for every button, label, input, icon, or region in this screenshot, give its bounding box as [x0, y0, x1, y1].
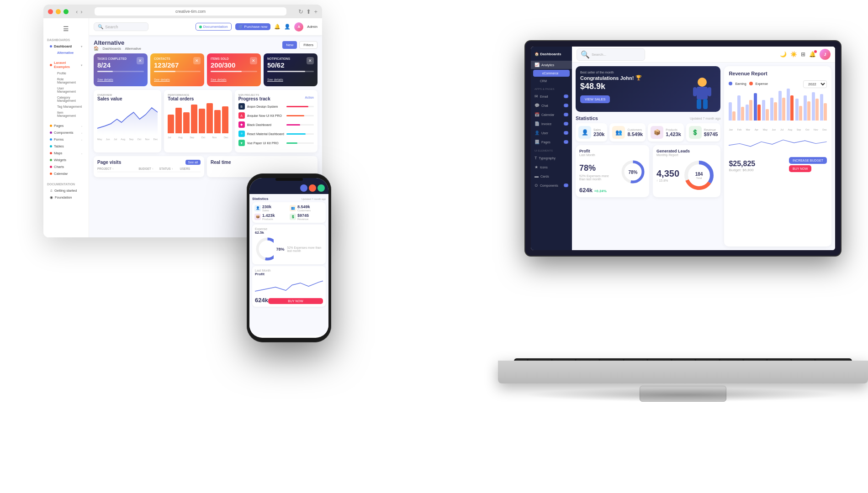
- sidebar-item-role[interactable]: Role Management: [54, 76, 85, 85]
- ls-item-components[interactable]: ⊙ Components ›: [531, 181, 572, 189]
- add-tab-btn[interactable]: +: [314, 8, 318, 15]
- sidebar-item-tag[interactable]: Tag Management: [54, 104, 85, 110]
- phone-profit-svg: [255, 278, 323, 296]
- ls-item-cards[interactable]: ▬ Cards: [531, 172, 572, 180]
- progress-bar-4: [286, 133, 306, 135]
- lstat-products-icon: 📦: [651, 126, 663, 139]
- sidebar-item-foundation[interactable]: ◉ Foundation: [47, 194, 85, 201]
- rev-group-apr: [754, 93, 761, 121]
- stat-link-tasks[interactable]: See details: [97, 78, 113, 81]
- lstat-revenue-value: $9745: [704, 131, 718, 137]
- sidebar-item-tables[interactable]: Tables: [47, 143, 85, 150]
- sidebar-item-item-mgmt[interactable]: Item Management: [54, 110, 85, 119]
- stat-progress-notif: [267, 71, 314, 72]
- search-input[interactable]: Search: [105, 25, 118, 29]
- view-sales-button[interactable]: VIEW SALES: [580, 95, 610, 103]
- rev-bar-mar-earn: [746, 105, 749, 121]
- increase-budget-button[interactable]: INCREASE BUDGET: [789, 157, 827, 164]
- search-box[interactable]: 🔍 Search: [94, 22, 148, 31]
- revenue-year-select[interactable]: 2022: [803, 80, 827, 88]
- lstat-customers: 👥 Customers 8.549k: [609, 123, 646, 142]
- pstat-customers-val: 8.549k: [297, 205, 311, 209]
- sidebar-item-widgets[interactable]: Widgets: [47, 157, 85, 163]
- purchase-btn-label: Purchase now: [244, 25, 268, 29]
- svg-rect-2: [693, 87, 697, 96]
- breadcrumb-sep-1: -: [100, 47, 101, 51]
- breadcrumb-sep-2: -: [122, 47, 124, 51]
- avatar[interactable]: A: [294, 22, 303, 31]
- stat-link-notif[interactable]: See details: [267, 78, 283, 81]
- ls-analytics-label: Analytics: [541, 63, 554, 67]
- laptop-sun-icon[interactable]: ☀️: [790, 51, 797, 58]
- sidebar-item-pages[interactable]: Pages ›: [47, 122, 85, 129]
- real-time-header: Real time: [211, 160, 314, 165]
- filters-button[interactable]: Filters: [299, 41, 318, 49]
- ls-item-analytics[interactable]: 📈 Analytics: [531, 61, 572, 69]
- laptop-sidebar: 🏠 Dashboards 📈 Analytics eCommerce CRM A…: [531, 47, 572, 250]
- sidebar-item-user-mgmt[interactable]: User Management: [54, 85, 85, 94]
- maximize-dot[interactable]: [64, 9, 69, 14]
- sidebar-item-alternative[interactable]: Alternative: [54, 50, 85, 56]
- share-btn[interactable]: ⬆: [306, 8, 311, 15]
- dot-charts: [50, 166, 52, 168]
- stat-link-items[interactable]: See details: [211, 78, 227, 81]
- laptop-avatar[interactable]: J: [820, 49, 831, 60]
- ls-item-calendar[interactable]: 📅 Calendar ›: [531, 110, 572, 119]
- progress-list: B Argon Design System A Angular Now UI K…: [238, 103, 314, 146]
- back-btn[interactable]: ‹: [76, 8, 78, 15]
- purchase-button[interactable]: 🛒 Purchase now: [235, 23, 271, 30]
- close-dot[interactable]: [48, 9, 53, 14]
- sidebar-sub-laravel: Profile Role Management User Management …: [47, 70, 85, 119]
- address-bar[interactable]: creative-tim.com: [95, 7, 287, 16]
- forward-btn[interactable]: ›: [80, 8, 82, 15]
- phone-buy-button[interactable]: BUY NOW: [268, 298, 323, 304]
- documentation-button[interactable]: Documentation: [196, 23, 232, 31]
- laptop-bell-icon[interactable]: 🔔: [809, 51, 816, 58]
- ls-item-invoice[interactable]: 📄 Invoice ›: [531, 120, 572, 128]
- sidebar-item-category[interactable]: Category Management: [54, 94, 85, 104]
- url-text: creative-tim.com: [175, 9, 206, 14]
- sidebar-item-calendar[interactable]: Calendar: [47, 170, 85, 177]
- phone-content: Statistics Updated 7 month ago 👤 230k Sa…: [249, 194, 328, 336]
- sidebar-item-charts[interactable]: Charts: [47, 163, 85, 170]
- see-all-button[interactable]: See all: [185, 160, 201, 165]
- ls-item-pages[interactable]: 📃 Pages ›: [531, 138, 572, 146]
- user-icon[interactable]: 👤: [284, 24, 291, 30]
- sidebar-item-profile[interactable]: Profile: [54, 70, 85, 76]
- sidebar-item-maps[interactable]: Maps ›: [47, 150, 85, 157]
- ls-item-crm[interactable]: CRM: [531, 78, 572, 84]
- laptop-moon-icon[interactable]: 🌙: [780, 51, 787, 58]
- progress-action[interactable]: Action: [305, 96, 314, 99]
- pstat-revenue-val: $9745: [297, 213, 309, 218]
- bell-icon[interactable]: 🔔: [274, 24, 281, 30]
- ls-item-ecommerce[interactable]: eCommerce: [533, 70, 570, 77]
- sidebar-item-components[interactable]: Components ›: [47, 129, 85, 136]
- progress-item-4: ⚛ React Material Dashboard: [238, 131, 314, 137]
- sidebar-item-getting-started[interactable]: ♫ Getting started: [47, 187, 85, 194]
- ls-item-icons[interactable]: ★ Icons: [531, 163, 572, 171]
- ls-item-typography[interactable]: T Typography: [531, 154, 572, 162]
- new-button[interactable]: New: [282, 41, 297, 49]
- stat-link-contacts[interactable]: See details: [154, 78, 170, 81]
- laptop-topbar-icons: 🌙 ☀️ ⊞ 🔔 J: [780, 49, 831, 60]
- sidebar-item-dashboard[interactable]: Dashboard ▾: [47, 43, 85, 50]
- sidebar-item-forms[interactable]: Forms ›: [47, 136, 85, 143]
- refresh-btn[interactable]: ↻: [298, 8, 303, 15]
- orders-bar-chart: [168, 103, 228, 135]
- rev-bar-feb-earn: [737, 95, 741, 121]
- ls-item-email[interactable]: ✉ Email ›: [531, 92, 572, 100]
- svg-point-0: [698, 78, 707, 87]
- laptop-search-input[interactable]: Search...: [592, 52, 606, 57]
- rev-group-dec: [820, 94, 827, 121]
- ls-item-chat[interactable]: 💬 Chat ›: [531, 101, 572, 110]
- buy-now-revenue-button[interactable]: BUY NOW: [789, 165, 811, 172]
- laptop-grid-icon[interactable]: ⊞: [801, 51, 805, 58]
- phone-profit-chart: [255, 278, 323, 296]
- menu-icon[interactable]: ☰: [43, 23, 89, 35]
- bar-5: [199, 109, 205, 133]
- laptop-search[interactable]: 🔍 Search...: [577, 48, 645, 61]
- ls-item-user[interactable]: 👤 User ›: [531, 129, 572, 137]
- minimize-dot[interactable]: [56, 9, 61, 14]
- progress-bar-2: [286, 115, 304, 116]
- sidebar-item-laravel[interactable]: Laravel Examples ▾: [47, 59, 85, 70]
